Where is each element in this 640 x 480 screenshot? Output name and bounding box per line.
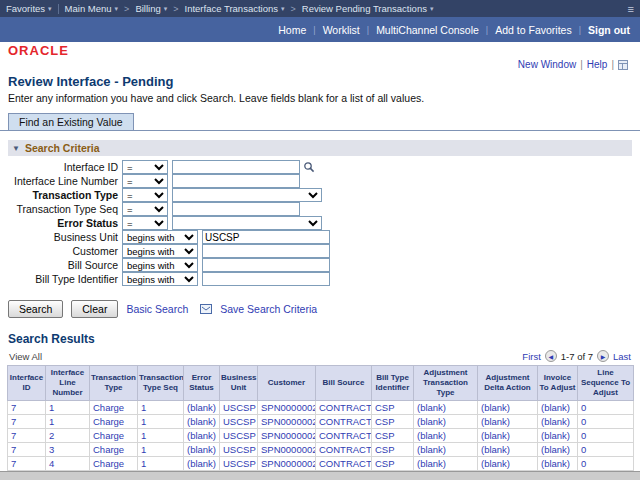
header-link-add-to-favorites[interactable]: Add to Favorites	[495, 24, 571, 36]
operator-select-7[interactable]: begins with	[122, 258, 198, 272]
value-input-8[interactable]	[202, 272, 330, 286]
result-cell-link[interactable]: CONTRACTS	[319, 458, 372, 469]
result-cell-link[interactable]: 0	[581, 430, 586, 441]
result-cell-link[interactable]: (blank)	[481, 416, 510, 427]
value-input-3[interactable]	[172, 202, 300, 216]
column-header[interactable]: Line Sequence To Adjust	[578, 366, 634, 401]
pager-last-link[interactable]: Last	[613, 351, 631, 362]
customize-page-icon[interactable]	[618, 60, 628, 70]
breadcrumb-item-2[interactable]: Billing▾	[135, 3, 167, 14]
column-header[interactable]: Business Unit	[220, 366, 258, 401]
result-cell-link[interactable]: USCSP	[223, 430, 256, 441]
result-cell-link[interactable]: (blank)	[187, 444, 216, 455]
result-cell-link[interactable]: CSP	[375, 402, 395, 413]
result-cell-link[interactable]: 1	[141, 444, 146, 455]
result-cell-link[interactable]: (blank)	[187, 416, 216, 427]
result-cell-link[interactable]: (blank)	[187, 430, 216, 441]
view-all-link[interactable]: View All	[9, 351, 42, 362]
result-cell-link[interactable]: USCSP	[223, 416, 256, 427]
save-search-link[interactable]: Save Search Criteria	[220, 303, 317, 315]
operator-select-8[interactable]: begins with	[122, 272, 198, 286]
result-cell-link[interactable]: (blank)	[481, 430, 510, 441]
tab-find-existing-value[interactable]: Find an Existing Value	[8, 113, 134, 130]
value-select-2[interactable]	[172, 188, 322, 202]
breadcrumb-item-1[interactable]: Main Menu▾	[65, 3, 119, 14]
operator-select-6[interactable]: begins with	[122, 244, 198, 258]
column-header[interactable]: Interface Line Number	[46, 366, 90, 401]
result-cell-link[interactable]: CSP	[375, 430, 395, 441]
breadcrumb-item-3[interactable]: Interface Transactions▾	[185, 3, 285, 14]
nav-menu-icon[interactable]: ≡	[628, 3, 634, 15]
result-cell-link[interactable]: (blank)	[541, 458, 570, 469]
clear-button[interactable]: Clear	[71, 300, 118, 318]
result-cell-link[interactable]: CONTRACTS	[319, 444, 372, 455]
result-cell-link[interactable]: (blank)	[481, 458, 510, 469]
result-cell-link[interactable]: 7	[11, 402, 16, 413]
lookup-icon[interactable]	[303, 161, 315, 173]
result-cell-link[interactable]: CSP	[375, 458, 395, 469]
result-cell-link[interactable]: (blank)	[187, 402, 216, 413]
result-cell-link[interactable]: CONTRACTS	[319, 402, 372, 413]
breadcrumb-item-4[interactable]: Review Pending Transactions▾	[302, 3, 434, 14]
result-cell-link[interactable]: 1	[141, 458, 146, 469]
result-cell-link[interactable]: (blank)	[541, 402, 570, 413]
result-cell-link[interactable]: 0	[581, 402, 586, 413]
result-cell-link[interactable]: (blank)	[541, 444, 570, 455]
value-select-4[interactable]	[172, 216, 322, 230]
operator-select-1[interactable]: =	[122, 174, 168, 188]
value-input-5[interactable]	[202, 230, 330, 244]
result-cell-link[interactable]: 7	[11, 430, 16, 441]
result-cell-link[interactable]: (blank)	[541, 416, 570, 427]
result-cell-link[interactable]: 7	[11, 416, 16, 427]
result-cell-link[interactable]: USCSP	[223, 458, 256, 469]
result-cell-link[interactable]: SPN0000002	[261, 444, 316, 455]
pager-first-link[interactable]: First	[522, 351, 540, 362]
result-cell-link[interactable]: (blank)	[481, 444, 510, 455]
result-cell-link[interactable]: SPN0000002	[261, 458, 316, 469]
column-header[interactable]: Transaction Type Seq	[138, 366, 184, 401]
header-link-worklist[interactable]: Worklist	[323, 24, 360, 36]
result-cell-link[interactable]: Charge	[93, 402, 124, 413]
header-link-home[interactable]: Home	[278, 24, 306, 36]
search-button[interactable]: Search	[8, 300, 63, 318]
horizontal-scrollbar[interactable]	[0, 471, 640, 480]
column-header[interactable]: Adjustment Delta Action	[478, 366, 538, 401]
operator-select-0[interactable]: =	[122, 160, 168, 174]
header-link-multichannel-console[interactable]: MultiChannel Console	[376, 24, 479, 36]
column-header[interactable]: Invoice To Adjust	[538, 366, 578, 401]
column-header[interactable]: Bill Source	[316, 366, 372, 401]
value-input-7[interactable]	[202, 258, 330, 272]
help-link[interactable]: Help	[587, 59, 608, 70]
column-header[interactable]: Customer	[258, 366, 316, 401]
operator-select-4[interactable]: =	[122, 216, 168, 230]
result-cell-link[interactable]: Charge	[93, 458, 124, 469]
result-cell-link[interactable]: (blank)	[417, 416, 446, 427]
result-cell-link[interactable]: CONTRACTS	[319, 430, 372, 441]
result-cell-link[interactable]: USCSP	[223, 444, 256, 455]
value-input-6[interactable]	[202, 244, 330, 258]
result-cell-link[interactable]: 0	[581, 416, 586, 427]
result-cell-link[interactable]: 1	[141, 402, 146, 413]
column-header[interactable]: Adjustment Transaction Type	[414, 366, 478, 401]
result-cell-link[interactable]: SPN0000002	[261, 430, 316, 441]
value-input-0[interactable]	[172, 160, 300, 174]
result-cell-link[interactable]: 1	[141, 430, 146, 441]
result-cell-link[interactable]: Charge	[93, 416, 124, 427]
result-cell-link[interactable]: 2	[49, 430, 54, 441]
result-cell-link[interactable]: (blank)	[417, 402, 446, 413]
result-cell-link[interactable]: CSP	[375, 416, 395, 427]
sign-out-link[interactable]: Sign out	[588, 24, 630, 36]
basic-search-link[interactable]: Basic Search	[126, 303, 188, 315]
result-cell-link[interactable]: 0	[581, 444, 586, 455]
result-cell-link[interactable]: 4	[49, 458, 54, 469]
search-criteria-header[interactable]: ▼ Search Criteria	[8, 140, 632, 156]
result-cell-link[interactable]: (blank)	[417, 430, 446, 441]
pager-previous-icon[interactable]: ◀	[545, 350, 557, 362]
result-cell-link[interactable]: (blank)	[417, 444, 446, 455]
pager-next-icon[interactable]: ▶	[597, 350, 609, 362]
result-cell-link[interactable]: SPN0000002	[261, 402, 316, 413]
new-window-link[interactable]: New Window	[518, 59, 576, 70]
result-cell-link[interactable]: 7	[11, 444, 16, 455]
result-cell-link[interactable]: SPN0000002	[261, 416, 316, 427]
favorites-menu[interactable]: Favorites ▾	[6, 3, 52, 14]
